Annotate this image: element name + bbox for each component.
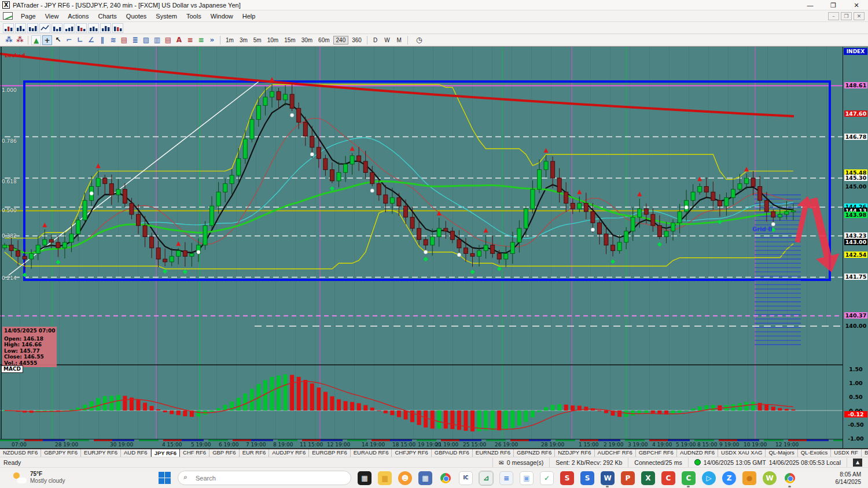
word-icon[interactable]: W [601,471,615,485]
timeframe-3m[interactable]: 3m [237,36,250,44]
column-chart-icon[interactable] [3,23,14,33]
list-red-icon[interactable]: ≡ [185,35,195,45]
excel-icon[interactable]: X [641,471,655,485]
minimize-button[interactable]: — [799,0,822,10]
tab-gbpaud-rf6[interactable]: GBPAUD RF6 [432,449,473,457]
tab-gbpjpy-rf6[interactable]: GBPJPY RF6 [41,449,81,457]
timeframe-5m[interactable]: 5m [251,36,264,44]
tab-usdx-rf[interactable]: USDX RF [831,449,862,457]
tab-gbp-rf6[interactable]: GBP RF6 [209,449,239,457]
tab-eur-rf6[interactable]: EUR RF6 [240,449,270,457]
timeframe-15m[interactable]: 15m [282,36,297,44]
bar-chart-icon[interactable] [15,23,26,33]
menu-page[interactable]: Page [16,10,41,22]
tab-audchf-rf6[interactable]: AUDCHF RF6 [595,449,636,457]
tab-audjpy-rf6[interactable]: AUDJPY RF6 [269,449,309,457]
tab-usdx-xau-xag[interactable]: USDX XAU XAG [718,449,766,457]
tab-eurjpy-rf6[interactable]: EURJPY RF6 [81,449,121,457]
indicator-list-icon[interactable] [112,23,123,33]
symbols-red-icon[interactable]: ⁂ [15,35,25,45]
ohlc-chart-icon[interactable] [52,23,62,33]
period-w[interactable]: W [381,36,393,44]
photos-icon[interactable]: ▣ [520,471,534,485]
calculator-icon[interactable]: ▦ [418,471,432,485]
session-clock-icon[interactable]: ◷ [416,36,422,44]
notepad-icon[interactable]: ≡ [499,471,513,485]
grid-icon[interactable]: ▥ [152,35,162,45]
chrome-icon[interactable] [439,471,453,485]
menu-quotes[interactable]: Quotes [122,10,151,22]
menu-view[interactable]: View [41,10,64,22]
menu-actions[interactable]: Actions [63,10,93,22]
app-dark-icon[interactable]: ▦ [358,471,372,485]
telegram-icon[interactable]: ▷ [702,471,716,485]
menu-charts[interactable]: Charts [93,10,121,22]
timeframe-360[interactable]: 360 [350,36,364,44]
mountain-chart-icon[interactable] [88,23,99,33]
powerpoint-icon[interactable]: P [621,471,635,485]
tab-aud-rf6[interactable]: AUD RF6 [121,449,151,457]
tab-euraud-rf6[interactable]: EURAUD RF6 [351,449,392,457]
tab-bitcoin[interactable]: Bitcoin [862,449,868,457]
camtasia-icon[interactable]: C [682,471,696,485]
timeframe-240[interactable]: 240 [333,36,349,45]
line-chart-icon[interactable] [39,23,50,33]
menu-help[interactable]: Help [238,10,260,22]
fibonacci-icon[interactable]: ▤ [119,35,129,45]
tab-ql-exotics[interactable]: QL-Exotics [798,449,831,457]
tab-nzdjpy-rf6[interactable]: NZDJPY RF6 [555,449,594,457]
contact-icon[interactable]: ☻ [398,471,412,485]
timeframe-1m[interactable]: 1m [223,36,236,44]
tab-nzdusd-rf6[interactable]: NZDUSD RF6 [0,449,41,457]
levels-icon[interactable]: ▤ [163,35,173,45]
chart-canvas[interactable] [0,47,843,448]
weather-widget[interactable]: 75°F Mostly cloudy [13,470,65,485]
tab-jpy-rf6[interactable]: JPY RF6 [151,449,180,457]
tradingview-icon[interactable]: ✓ [540,471,554,485]
timeframe-30m[interactable]: 30m [299,36,315,44]
tab-gbpchf-rf6[interactable]: GBPCHF RF6 [636,449,677,457]
crosshair-icon[interactable]: + [42,35,52,45]
maximize-button[interactable]: ❐ [822,0,845,10]
timeframe-10m[interactable]: 10m [265,36,281,44]
parallel-channel-icon[interactable]: ∥ [97,35,107,45]
menu-window[interactable]: Window [206,10,238,22]
ic-markets-icon[interactable]: IC [459,471,473,485]
sap-icon[interactable]: S [560,471,574,485]
hatch-icon[interactable]: ▨ [141,35,151,45]
vault-icon[interactable]: ● [742,471,756,485]
more-tools-icon[interactable]: » [207,35,217,45]
close-button[interactable]: ✕ [845,0,868,10]
candlestick-chart-icon[interactable] [27,23,38,33]
gann-icon[interactable]: ≣ [130,35,140,45]
trendline-icon[interactable]: ∠ [86,35,96,45]
clickup-icon[interactable]: C [661,471,675,485]
mdi-restore-button[interactable]: ❐ [841,12,852,20]
step-chart-icon[interactable] [76,23,87,33]
webull-icon[interactable]: W [763,471,777,485]
tab-audnzd-rf6[interactable]: AUDNZD RF6 [677,449,718,457]
list-green-icon[interactable]: ≡ [196,35,206,45]
zoom-icon[interactable]: Z [722,471,736,485]
tab-gbpnzd-rf6[interactable]: GBPNZD RF6 [514,449,555,457]
tab-chf-rf6[interactable]: CHF RF6 [180,449,209,457]
pointer-icon[interactable]: ↖ [53,35,63,45]
taskbar-clock[interactable]: 8:05 AM 6/14/2025 [836,471,862,486]
browser-icon[interactable] [783,471,797,485]
text-icon[interactable]: A [174,35,184,45]
chart-shift-icon[interactable]: ▲ [31,35,41,45]
period-d[interactable]: D [370,36,381,44]
mdi-minimize-button[interactable]: – [828,12,839,20]
tick-chart-icon[interactable] [64,23,75,33]
timeframe-60m[interactable]: 60m [316,36,332,44]
patrader-icon[interactable]: ⊿ [479,471,493,485]
tab-ql-majors[interactable]: QL-Majors [766,449,797,457]
tab-chfjpy-rf6[interactable]: CHFJPY RF6 [392,449,431,457]
vertical-line-icon[interactable]: ∟ [75,35,85,45]
search-input[interactable] [178,471,351,485]
skype-icon[interactable]: S [580,471,594,485]
tab-eurgbp-rf6[interactable]: EURGBP RF6 [309,449,351,457]
start-button[interactable] [157,471,171,485]
menu-system[interactable]: System [151,10,182,22]
regression-channel-icon[interactable]: ≋ [108,35,118,45]
